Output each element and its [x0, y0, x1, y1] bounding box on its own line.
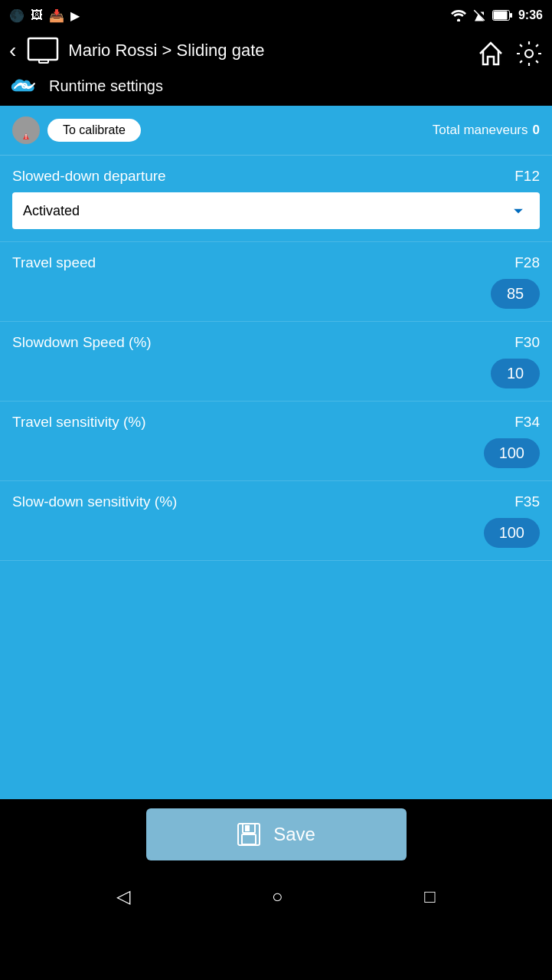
- bottom-nav: ◁ ○ □: [0, 870, 552, 923]
- setting-row-slowdown-sensitivity: Slow-down sensitivity (%) F35 100: [0, 481, 552, 561]
- download-icon: 📥: [49, 8, 64, 23]
- save-button-label: Save: [273, 824, 315, 845]
- value-badge-wrap-4: 100: [12, 518, 540, 548]
- activated-dropdown[interactable]: Activated Deactivated: [12, 192, 540, 229]
- slowdown-speed-value[interactable]: 10: [491, 359, 540, 388]
- warning-icon: !: [12, 116, 40, 144]
- setting-code-2: F30: [514, 334, 540, 351]
- signal-off-icon: [472, 8, 486, 22]
- calibrate-left: ! To calibrate: [12, 116, 141, 144]
- home-icon[interactable]: [477, 40, 505, 67]
- header-left: ‹ Mario Rossi > Sliding gate: [9, 37, 469, 64]
- svg-rect-14: [242, 834, 256, 844]
- slowdown-sensitivity-value[interactable]: 100: [484, 518, 540, 548]
- setting-label-1: Travel speed: [12, 254, 96, 271]
- save-bar: Save: [0, 799, 552, 870]
- moon-icon: 🌑: [9, 8, 24, 23]
- svg-rect-5: [28, 38, 57, 60]
- value-badge-wrap-2: 10: [12, 359, 540, 388]
- value-badge-wrap-3: 100: [12, 438, 540, 468]
- battery-icon: [492, 10, 512, 21]
- calibrate-status-circle: !: [12, 116, 40, 144]
- save-button[interactable]: Save: [146, 808, 407, 860]
- setting-row-travel-speed: Travel speed F28 85: [0, 242, 552, 322]
- setting-code-3: F34: [514, 414, 540, 431]
- subtitle-text: Runtime settings: [49, 77, 163, 95]
- setting-row-slowed-down-departure: Slowed-down departure F12 Activated Deac…: [0, 156, 552, 242]
- header-actions: [477, 37, 543, 67]
- nav-back-icon[interactable]: ◁: [116, 886, 130, 907]
- setting-row-slowdown-speed: Slowdown Speed (%) F30 10: [0, 322, 552, 402]
- value-badge-wrap-1: 85: [12, 279, 540, 309]
- setting-header-0: Slowed-down departure F12: [12, 168, 540, 185]
- svg-rect-15: [245, 825, 250, 831]
- header-title: Mario Rossi > Sliding gate: [68, 41, 264, 61]
- setting-header-2: Slowdown Speed (%) F30: [12, 334, 540, 351]
- setting-header-3: Travel sensitivity (%) F34: [12, 414, 540, 431]
- svg-rect-6: [39, 60, 48, 63]
- nav-recent-icon[interactable]: □: [424, 886, 436, 907]
- setting-row-travel-sensitivity: Travel sensitivity (%) F34 100: [0, 402, 552, 481]
- setting-code-0: F12: [514, 168, 540, 185]
- image-icon: 🖼: [31, 8, 43, 22]
- setting-code-4: F35: [514, 493, 540, 510]
- svg-rect-3: [493, 11, 507, 20]
- time-display: 9:36: [518, 8, 543, 22]
- cloud-icon: [9, 75, 40, 97]
- setting-label-0: Slowed-down departure: [12, 168, 166, 185]
- total-maneveurs-label: Total maneveurs: [433, 123, 528, 138]
- subtitle-bar: Runtime settings: [0, 75, 552, 106]
- svg-text:!: !: [25, 133, 28, 140]
- nav-home-icon[interactable]: ○: [272, 886, 283, 907]
- setting-code-1: F28: [514, 254, 540, 271]
- svg-point-0: [457, 19, 460, 21]
- back-button[interactable]: ‹: [9, 40, 16, 61]
- gear-icon[interactable]: [515, 40, 543, 67]
- main-content: Slowed-down departure F12 Activated Deac…: [0, 156, 552, 799]
- dropdown-wrap-0: Activated Deactivated: [12, 192, 540, 229]
- setting-label-2: Slowdown Speed (%): [12, 334, 152, 351]
- play-icon: ▶: [70, 8, 80, 23]
- svg-rect-4: [510, 13, 512, 18]
- calibrate-button[interactable]: To calibrate: [47, 119, 141, 142]
- total-maneveurs: Total maneveurs 0: [433, 123, 540, 138]
- status-icons-right: 9:36: [451, 8, 543, 22]
- status-icons-left: 🌑 🖼 📥 ▶: [9, 8, 80, 23]
- device-icon: [27, 37, 60, 64]
- status-bar: 🌑 🖼 📥 ▶ 9:36: [0, 0, 552, 31]
- calibrate-bar: ! To calibrate Total maneveurs 0: [0, 106, 552, 156]
- setting-label-3: Travel sensitivity (%): [12, 414, 146, 431]
- header: ‹ Mario Rossi > Sliding gate: [0, 31, 552, 75]
- total-maneveurs-value: 0: [533, 123, 540, 138]
- travel-sensitivity-value[interactable]: 100: [484, 438, 540, 468]
- save-icon: [237, 822, 261, 847]
- travel-speed-value[interactable]: 85: [491, 279, 540, 309]
- setting-header-1: Travel speed F28: [12, 254, 540, 271]
- setting-label-4: Slow-down sensitivity (%): [12, 493, 177, 510]
- svg-point-7: [525, 50, 533, 57]
- setting-header-4: Slow-down sensitivity (%) F35: [12, 493, 540, 510]
- wifi-icon: [451, 9, 466, 21]
